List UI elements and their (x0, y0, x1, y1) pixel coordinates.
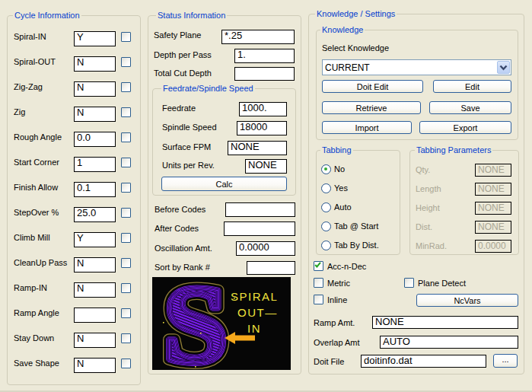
svg-text:S: S (163, 277, 228, 370)
svg-text:IN: IN (247, 322, 261, 335)
svg-text:OUT—: OUT— (237, 306, 278, 319)
svg-text:SPIRAL: SPIRAL (231, 290, 278, 303)
